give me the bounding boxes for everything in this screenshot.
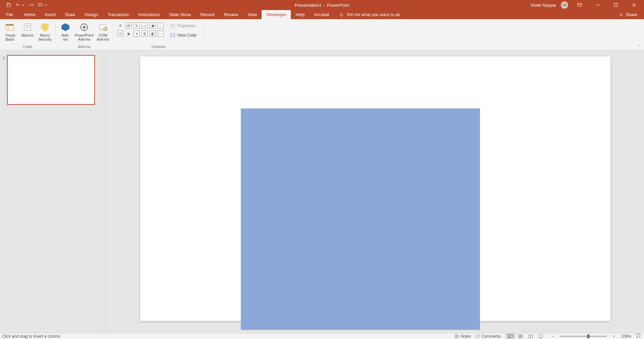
collapse-ribbon-icon[interactable]: ⌃: [638, 44, 641, 49]
visual-basic-label: Visual Basic: [5, 33, 15, 41]
properties-button: Properties: [168, 22, 199, 29]
svg-point-15: [105, 29, 106, 30]
close-icon[interactable]: [627, 0, 641, 10]
group-controls-label: Controls: [151, 45, 165, 49]
slide-thumbnail-pane[interactable]: 1: [0, 50, 104, 333]
group-code-label: Code: [23, 45, 32, 49]
undo-dropdown-icon[interactable]: ▾: [23, 3, 24, 7]
group-addins: Add- ins PowerPoint Add-ins COM Add-ins …: [55, 19, 113, 50]
share-label: Share: [626, 12, 637, 17]
tab-insert[interactable]: Insert: [40, 10, 61, 19]
listbox-control-icon[interactable]: ≣: [142, 31, 148, 37]
visual-basic-button[interactable]: Visual Basic: [2, 21, 18, 41]
ribbon-display-options-icon[interactable]: [573, 0, 586, 10]
ribbon: Visual Basic Macros ! Macro Security Cod…: [0, 19, 644, 50]
combobox-control-icon[interactable]: ▾: [133, 31, 140, 37]
label-control-icon[interactable]: A: [117, 22, 123, 29]
slide-editor[interactable]: [104, 50, 644, 333]
tab-record[interactable]: Record: [196, 10, 219, 19]
tab-design[interactable]: Design: [80, 10, 103, 19]
maximize-icon[interactable]: [609, 0, 623, 10]
com-addins-label: COM Add-ins: [97, 33, 109, 41]
tab-review[interactable]: Review: [219, 10, 243, 19]
notes-button[interactable]: Notes: [455, 334, 471, 339]
normal-view-icon[interactable]: [505, 333, 516, 339]
tab-acrobat[interactable]: Acrobat: [309, 10, 334, 19]
powerpoint-addins-label: PowerPoint Add-ins: [75, 33, 94, 41]
macro-security-button[interactable]: ! Macro Security: [37, 21, 53, 41]
group-addins-label: Add-ins: [78, 45, 90, 49]
macro-security-label: Macro Security: [38, 33, 52, 41]
addins-button[interactable]: Add- ins: [57, 21, 73, 41]
svg-rect-16: [171, 24, 175, 28]
quick-access-toolbar: ▾ ▾: [0, 2, 47, 8]
reading-view-icon[interactable]: [526, 333, 536, 339]
zoom-out-icon[interactable]: −: [550, 334, 555, 339]
image-control-icon[interactable]: ▣: [150, 22, 156, 29]
tell-me-placeholder: Tell me what you want to do: [346, 12, 400, 17]
properties-label: Properties: [177, 23, 196, 28]
spin-control-icon[interactable]: ⇅: [133, 22, 140, 29]
svg-marker-10: [62, 23, 69, 31]
slide-sorter-view-icon[interactable]: [516, 333, 526, 339]
tab-developer[interactable]: Developer: [262, 10, 291, 19]
tab-home[interactable]: Home: [19, 10, 40, 19]
command-button-control-icon[interactable]: ▭: [142, 22, 148, 29]
tell-me-search[interactable]: Tell me what you want to do: [334, 10, 406, 19]
fit-to-window-icon[interactable]: [636, 334, 641, 339]
notes-icon: [455, 334, 459, 338]
view-code-button[interactable]: View Code: [168, 32, 199, 39]
tab-slide-show[interactable]: Slide Show: [164, 10, 196, 19]
svg-point-12: [83, 26, 86, 29]
svg-rect-25: [539, 335, 543, 337]
tab-file[interactable]: File: [0, 10, 19, 19]
start-from-beginning-icon[interactable]: [38, 2, 43, 8]
comments-button[interactable]: Comments: [476, 334, 501, 339]
macros-button[interactable]: Macros: [19, 21, 36, 37]
save-icon[interactable]: [6, 2, 11, 8]
tab-view[interactable]: View: [243, 10, 262, 19]
svg-rect-20: [519, 335, 520, 336]
slide-canvas[interactable]: [140, 56, 610, 321]
lightbulb-icon: [339, 12, 344, 17]
zoom-in-icon[interactable]: +: [611, 334, 616, 339]
view-code-icon: [170, 33, 175, 38]
slide-thumbnail-1[interactable]: [7, 55, 95, 105]
more-controls-icon[interactable]: ⋯: [158, 31, 164, 37]
svg-rect-22: [519, 337, 520, 338]
powerpoint-addins-button[interactable]: PowerPoint Add-ins: [75, 21, 94, 41]
zoom-slider[interactable]: [560, 336, 607, 337]
notes-label: Notes: [461, 334, 471, 339]
zoom-value[interactable]: 109%: [621, 334, 631, 339]
tab-transitions[interactable]: Transitions: [103, 10, 133, 19]
option-button-control-icon[interactable]: ◉: [125, 31, 131, 37]
tab-draw[interactable]: Draw: [60, 10, 80, 19]
user-name[interactable]: Vivek Nayyar: [531, 3, 556, 8]
redo-icon[interactable]: [29, 2, 34, 8]
work-area: 1: [0, 50, 644, 333]
document-name: Presentation1: [294, 3, 321, 8]
toggle-button-control-icon[interactable]: ◧: [150, 31, 156, 37]
svg-rect-23: [521, 337, 523, 338]
slideshow-view-icon[interactable]: [536, 333, 546, 339]
svg-rect-3: [614, 3, 617, 6]
properties-icon: [170, 23, 175, 28]
minimize-icon[interactable]: [591, 0, 604, 10]
textbox-control-icon[interactable]: ab: [125, 22, 131, 29]
svg-rect-0: [8, 3, 9, 4]
svg-text:!: !: [44, 25, 46, 30]
com-addins-icon: [98, 22, 108, 33]
checkbox-control-icon[interactable]: ☑: [117, 31, 123, 37]
undo-icon[interactable]: [15, 2, 21, 8]
qat-customize-icon[interactable]: ▾: [45, 3, 47, 7]
share-button[interactable]: Share: [612, 10, 644, 19]
tab-help[interactable]: Help: [291, 10, 309, 19]
tab-animations[interactable]: Animations: [133, 10, 164, 19]
macros-icon: [22, 22, 33, 33]
macros-label: Macros: [21, 33, 34, 37]
status-message: Click and drag to insert a control.: [0, 334, 61, 339]
scrollbar-control-icon[interactable]: ⋮: [158, 22, 164, 29]
avatar[interactable]: VN: [561, 1, 568, 9]
zoom-thumb[interactable]: [587, 334, 590, 338]
com-addins-button[interactable]: COM Add-ins: [95, 21, 111, 41]
